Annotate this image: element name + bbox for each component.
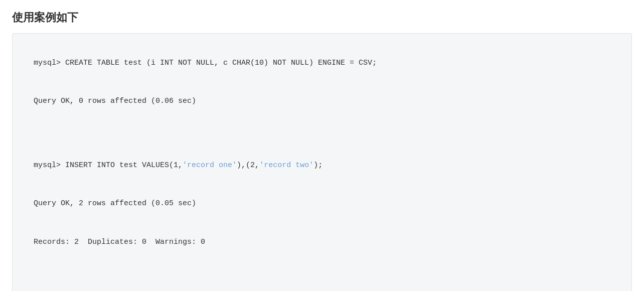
code-line-4-suffix: ); bbox=[313, 161, 323, 170]
code-line-5: Query OK, 2 rows affected (0.05 sec) bbox=[34, 199, 196, 208]
code-string-1: 'record one' bbox=[183, 161, 237, 170]
code-line-4-prefix: mysql> INSERT INTO test VALUES(1, bbox=[34, 161, 183, 170]
code-line-4-mid: ),(2, bbox=[237, 161, 259, 170]
code-string-2: 'record two' bbox=[259, 161, 313, 170]
code-line-2: Query OK, 0 rows affected (0.06 sec) bbox=[34, 97, 196, 105]
page-title: 使用案例如下 bbox=[12, 10, 632, 25]
code-block: mysql> CREATE TABLE test (i INT NOT NULL… bbox=[12, 33, 632, 291]
code-line-6: Records: 2 Duplicates: 0 Warnings: 0 bbox=[34, 238, 205, 246]
code-line-1: mysql> CREATE TABLE test (i INT NOT NULL… bbox=[34, 59, 377, 67]
